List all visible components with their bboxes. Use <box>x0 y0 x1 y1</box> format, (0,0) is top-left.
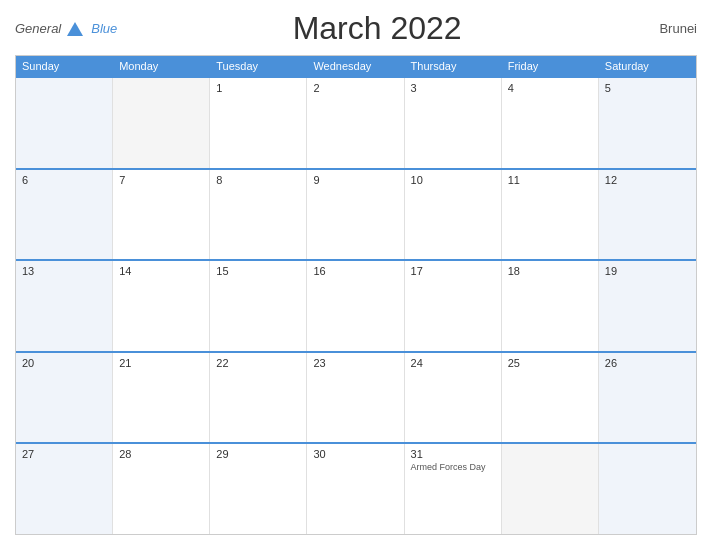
day-number: 24 <box>411 357 423 369</box>
country-label: Brunei <box>637 21 697 36</box>
day-number: 14 <box>119 265 131 277</box>
day-number: 10 <box>411 174 423 186</box>
day-cell <box>599 444 696 534</box>
day-number: 29 <box>216 448 228 460</box>
day-number: 16 <box>313 265 325 277</box>
day-cell: 29 <box>210 444 307 534</box>
day-cell <box>113 78 210 168</box>
calendar-header: General Blue March 2022 Brunei <box>15 10 697 47</box>
day-cell: 22 <box>210 353 307 443</box>
day-number: 22 <box>216 357 228 369</box>
day-number: 23 <box>313 357 325 369</box>
day-cell: 7 <box>113 170 210 260</box>
day-cell: 15 <box>210 261 307 351</box>
day-cell: 25 <box>502 353 599 443</box>
calendar-container: General Blue March 2022 Brunei SundayMon… <box>0 0 712 550</box>
day-cell: 21 <box>113 353 210 443</box>
day-cell: 12 <box>599 170 696 260</box>
day-cell <box>16 78 113 168</box>
day-cell: 8 <box>210 170 307 260</box>
day-number: 20 <box>22 357 34 369</box>
day-number: 25 <box>508 357 520 369</box>
day-number: 6 <box>22 174 28 186</box>
day-cell: 20 <box>16 353 113 443</box>
day-number: 3 <box>411 82 417 94</box>
day-number: 30 <box>313 448 325 460</box>
logo-general: General <box>15 21 61 36</box>
event-label: Armed Forces Day <box>411 462 495 473</box>
day-number: 2 <box>313 82 319 94</box>
day-header-saturday: Saturday <box>599 56 696 76</box>
day-header-sunday: Sunday <box>16 56 113 76</box>
day-header-tuesday: Tuesday <box>210 56 307 76</box>
week-row-0: 12345 <box>16 76 696 168</box>
day-number: 5 <box>605 82 611 94</box>
day-cell <box>502 444 599 534</box>
logo-blue: Blue <box>91 21 117 36</box>
week-row-3: 20212223242526 <box>16 351 696 443</box>
day-cell: 23 <box>307 353 404 443</box>
day-cell: 13 <box>16 261 113 351</box>
day-number: 17 <box>411 265 423 277</box>
week-row-2: 13141516171819 <box>16 259 696 351</box>
day-number: 21 <box>119 357 131 369</box>
day-number: 26 <box>605 357 617 369</box>
day-cell: 31Armed Forces Day <box>405 444 502 534</box>
day-cell: 9 <box>307 170 404 260</box>
day-cell: 17 <box>405 261 502 351</box>
calendar-grid: SundayMondayTuesdayWednesdayThursdayFrid… <box>15 55 697 535</box>
day-number: 9 <box>313 174 319 186</box>
day-cell: 30 <box>307 444 404 534</box>
day-cell: 5 <box>599 78 696 168</box>
day-header-monday: Monday <box>113 56 210 76</box>
day-number: 27 <box>22 448 34 460</box>
day-cell: 18 <box>502 261 599 351</box>
weeks-container: 1234567891011121314151617181920212223242… <box>16 76 696 534</box>
day-cell: 1 <box>210 78 307 168</box>
day-cell: 10 <box>405 170 502 260</box>
day-cell: 16 <box>307 261 404 351</box>
day-number: 31 <box>411 448 423 460</box>
day-cell: 6 <box>16 170 113 260</box>
day-cell: 26 <box>599 353 696 443</box>
day-cell: 4 <box>502 78 599 168</box>
day-cell: 3 <box>405 78 502 168</box>
day-cell: 27 <box>16 444 113 534</box>
day-header-friday: Friday <box>502 56 599 76</box>
day-cell: 14 <box>113 261 210 351</box>
day-cell: 19 <box>599 261 696 351</box>
day-number: 13 <box>22 265 34 277</box>
month-title: March 2022 <box>117 10 637 47</box>
day-number: 19 <box>605 265 617 277</box>
day-cell: 2 <box>307 78 404 168</box>
day-number: 4 <box>508 82 514 94</box>
day-cell: 28 <box>113 444 210 534</box>
day-number: 8 <box>216 174 222 186</box>
day-number: 12 <box>605 174 617 186</box>
week-row-1: 6789101112 <box>16 168 696 260</box>
day-number: 15 <box>216 265 228 277</box>
day-number: 18 <box>508 265 520 277</box>
logo: General Blue <box>15 20 117 38</box>
day-header-thursday: Thursday <box>405 56 502 76</box>
day-number: 28 <box>119 448 131 460</box>
day-cell: 24 <box>405 353 502 443</box>
day-number: 11 <box>508 174 520 186</box>
day-cell: 11 <box>502 170 599 260</box>
day-number: 1 <box>216 82 222 94</box>
day-number: 7 <box>119 174 125 186</box>
logo-triangle-icon <box>67 22 83 36</box>
day-headers-row: SundayMondayTuesdayWednesdayThursdayFrid… <box>16 56 696 76</box>
week-row-4: 2728293031Armed Forces Day <box>16 442 696 534</box>
day-header-wednesday: Wednesday <box>307 56 404 76</box>
